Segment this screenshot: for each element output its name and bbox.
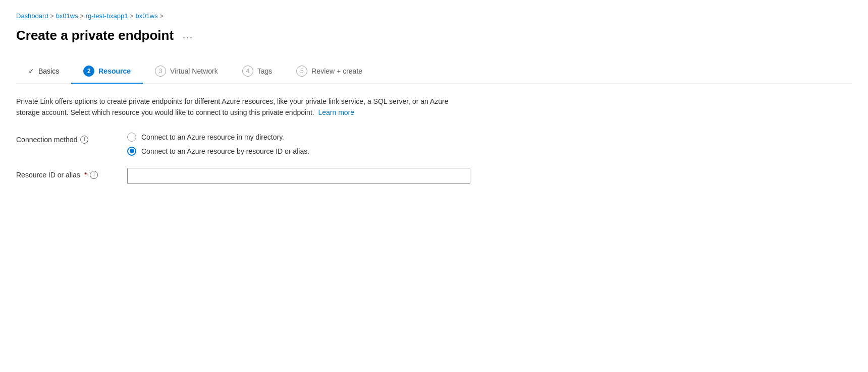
breadcrumb-sep-4: > [160, 13, 164, 20]
wizard-tabs: ✓ Basics 2 Resource 3 Virtual Network 4 … [16, 59, 852, 84]
breadcrumb-bx01ws-2[interactable]: bx01ws [136, 12, 158, 20]
resource-id-required-star: * [84, 171, 87, 179]
resource-id-row: Resource ID or alias * i [16, 168, 470, 184]
breadcrumb-sep-3: > [130, 13, 134, 20]
page-title: Create a private endpoint [16, 28, 174, 43]
tab-basics-label: Basics [38, 67, 59, 75]
tab-tags[interactable]: 4 Tags [230, 59, 285, 84]
connection-method-label: Connection method i [16, 133, 127, 144]
tab-review-label: Review + create [311, 67, 362, 75]
resource-id-input[interactable] [127, 168, 470, 184]
tab-resource-label: Resource [98, 67, 131, 75]
tab-resource[interactable]: 2 Resource [71, 59, 143, 84]
radio-resource-id[interactable]: Connect to an Azure resource by resource… [127, 147, 470, 156]
description-text: Private Link offers options to create pr… [16, 96, 470, 118]
breadcrumb-rg-test[interactable]: rg-test-bxapp1 [86, 12, 128, 20]
breadcrumb-bx01ws-1[interactable]: bx01ws [56, 12, 78, 20]
tab-tags-label: Tags [257, 67, 273, 75]
connection-method-row: Connection method i Connect to an Azure … [16, 133, 470, 156]
form-section: Connection method i Connect to an Azure … [16, 133, 470, 184]
radio-resource-id-label: Connect to an Azure resource by resource… [141, 147, 309, 155]
radio-directory-outer [127, 133, 136, 142]
tab-basics-check: ✓ [28, 67, 34, 75]
resource-id-label: Resource ID or alias * i [16, 168, 127, 179]
more-options-button[interactable]: ... [180, 29, 196, 42]
learn-more-link[interactable]: Learn more [318, 108, 354, 116]
breadcrumb: Dashboard > bx01ws > rg-test-bxapp1 > bx… [16, 12, 852, 20]
connection-method-control: Connect to an Azure resource in my direc… [127, 133, 470, 156]
resource-id-info-icon[interactable]: i [90, 171, 98, 179]
tab-resource-circle: 2 [83, 66, 94, 77]
tab-review-circle: 5 [296, 66, 307, 77]
tab-review-create[interactable]: 5 Review + create [284, 59, 374, 84]
breadcrumb-sep-2: > [80, 13, 84, 20]
tab-virtual-network[interactable]: 3 Virtual Network [143, 59, 230, 84]
tab-vnet-label: Virtual Network [170, 67, 218, 75]
connection-method-radio-group: Connect to an Azure resource in my direc… [127, 133, 470, 156]
breadcrumb-sep-1: > [50, 13, 54, 20]
breadcrumb-dashboard[interactable]: Dashboard [16, 12, 48, 20]
radio-resource-id-inner [130, 149, 134, 153]
tab-tags-circle: 4 [242, 66, 253, 77]
page-title-section: Create a private endpoint ... [16, 28, 852, 43]
radio-directory[interactable]: Connect to an Azure resource in my direc… [127, 133, 470, 142]
connection-method-info-icon[interactable]: i [80, 136, 88, 144]
resource-id-control [127, 168, 470, 184]
tab-basics[interactable]: ✓ Basics [16, 61, 71, 82]
radio-directory-label: Connect to an Azure resource in my direc… [141, 133, 284, 141]
tab-vnet-circle: 3 [155, 66, 166, 77]
radio-resource-id-outer [127, 147, 136, 156]
